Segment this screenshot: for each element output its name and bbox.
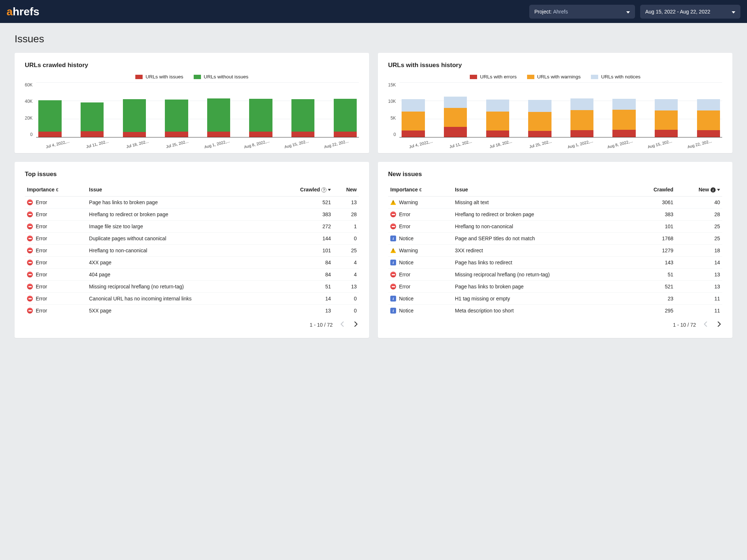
y-axis: 15K10K5K0 [388,82,399,137]
logo-rest: hrefs [13,5,39,18]
crawled-cell: 272 [272,221,333,233]
chart-plot: Jul 4, 2022,...Jul 11, 202...Jul 18, 202… [399,82,722,144]
legend-swatch [135,75,143,79]
table-row[interactable]: ErrorPage has links to broken page52113 [388,281,722,293]
col-new[interactable]: Newi [676,183,722,197]
col-importance[interactable]: Importance€ [25,183,87,197]
table-row[interactable]: ErrorImage file size too large2721 [25,221,359,233]
legend-label: URLs with errors [480,74,517,79]
legend-item[interactable]: URLs with issues [135,74,183,79]
table-row[interactable]: ErrorHreflang to non-canonical10125 [25,245,359,257]
bar[interactable] [402,82,425,137]
issue-cell: 404 page [87,269,272,281]
col-issue[interactable]: Issue [453,183,632,197]
bar[interactable] [612,82,635,137]
table-row[interactable]: NoticePage has links to redirect14314 [388,257,722,269]
new-issues-card: New issues Importance€ Issue Crawled New… [378,162,732,338]
col-crawled[interactable]: Crawled? [272,183,333,197]
top-issues-table: Importance€ Issue Crawled? New ErrorPage… [25,183,359,316]
legend-item[interactable]: URLs with warnings [527,74,581,79]
table-row[interactable]: Warning3XX redirect127918 [388,245,722,257]
legend-item[interactable]: URLs with errors [470,74,517,79]
next-page-button[interactable] [716,320,722,329]
bar[interactable] [207,82,230,137]
date-range-selector[interactable]: Aug 15, 2022 - Aug 22, 2022 [640,5,740,19]
bar[interactable] [655,82,678,137]
crawled-cell: 295 [632,305,676,317]
euro-icon: € [419,187,422,192]
table-row[interactable]: NoticePage and SERP titles do not match1… [388,233,722,245]
info-icon[interactable]: i [711,187,716,192]
severity-label: Notice [399,260,414,265]
table-row[interactable]: WarningMissing alt text306140 [388,197,722,209]
prev-page-button[interactable] [703,320,709,329]
pager: 1 - 10 / 72 [388,316,722,329]
severity-label: Error [36,284,47,289]
bar[interactable] [38,82,61,137]
col-crawled[interactable]: Crawled [632,183,676,197]
logo[interactable]: ahrefs [7,5,39,18]
date-range-value: Aug 15, 2022 - Aug 22, 2022 [645,9,710,15]
warning-icon [390,248,396,253]
crawled-cell: 521 [632,281,676,293]
notice-icon [390,236,396,241]
issue-cell: 5XX page [87,305,272,317]
table-row[interactable]: ErrorMissing reciprocal hreflang (no ret… [25,281,359,293]
issue-cell: Page has links to broken page [453,281,632,293]
pager-range: 1 - 10 / 72 [310,322,333,328]
bar[interactable] [486,82,509,137]
bar[interactable] [570,82,593,137]
bar[interactable] [444,82,467,137]
issue-cell: Hreflang to non-canonical [453,221,632,233]
new-cell: 18 [676,245,722,257]
sort-desc-icon [717,189,720,191]
table-row[interactable]: NoticeH1 tag missing or empty2311 [388,293,722,305]
table-row[interactable]: ErrorDuplicate pages without canonical14… [25,233,359,245]
table-row[interactable]: Error4XX page844 [25,257,359,269]
topbar: ahrefs Project: Ahrefs Aug 15, 2022 - Au… [0,0,747,23]
new-cell: 14 [676,257,722,269]
urls-crawled-history-card: URLs crawled history URLs with issuesURL… [15,53,369,153]
table-row[interactable]: Error5XX page130 [25,305,359,317]
issue-cell: Hreflang to redirect or broken page [87,209,272,221]
issue-cell: Hreflang to non-canonical [87,245,272,257]
legend-label: URLs with warnings [537,74,581,79]
table-row[interactable]: Error404 page844 [25,269,359,281]
table-row[interactable]: ErrorHreflang to redirect or broken page… [25,209,359,221]
legend-item[interactable]: URLs without issues [194,74,248,79]
bar[interactable] [528,82,551,137]
severity-label: Error [399,223,410,229]
legend-item[interactable]: URLs with notices [591,74,640,79]
bar[interactable] [334,82,357,137]
next-page-button[interactable] [352,320,359,329]
help-icon[interactable]: ? [321,187,326,192]
col-new[interactable]: New [333,183,359,197]
table-row[interactable]: ErrorMissing reciprocal hreflang (no ret… [388,269,722,281]
bar[interactable] [123,82,146,137]
table-row[interactable]: ErrorHreflang to redirect or broken page… [388,209,722,221]
x-axis: Jul 4, 2022,...Jul 11, 202...Jul 18, 202… [38,147,357,151]
col-importance[interactable]: Importance€ [388,183,453,197]
bar[interactable] [165,82,188,137]
col-issue[interactable]: Issue [87,183,272,197]
new-cell: 0 [333,233,359,245]
severity-label: Warning [399,248,418,253]
issue-cell: Image file size too large [87,221,272,233]
bar[interactable] [291,82,314,137]
pager-range: 1 - 10 / 72 [673,322,696,328]
chevron-down-icon [717,9,735,15]
table-row[interactable]: ErrorCanonical URL has no incoming inter… [25,293,359,305]
issue-cell: Page has links to redirect [453,257,632,269]
table-row[interactable]: NoticeMeta description too short29511 [388,305,722,317]
euro-icon: € [56,187,58,192]
project-selector[interactable]: Project: Ahrefs [529,5,635,19]
table-row[interactable]: ErrorPage has links to broken page52113 [25,197,359,209]
bar[interactable] [249,82,272,137]
bar[interactable] [81,82,104,137]
severity-label: Error [36,272,47,277]
legend-label: URLs with issues [146,74,183,79]
table-row[interactable]: ErrorHreflang to non-canonical10125 [388,221,722,233]
legend-swatch [470,75,477,79]
prev-page-button[interactable] [339,320,346,329]
bar[interactable] [697,82,720,137]
